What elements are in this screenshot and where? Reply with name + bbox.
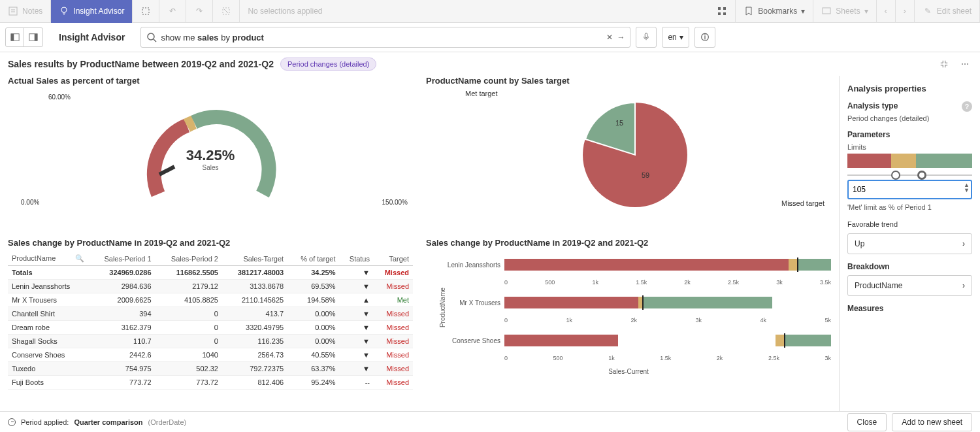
smart-search-button[interactable] <box>133 0 159 23</box>
gauge-title: Actual Sales as percent of target <box>8 76 413 86</box>
clear-selections-button[interactable] <box>213 0 240 23</box>
language-selector[interactable]: en ▾ <box>662 27 689 48</box>
step-forward-button[interactable]: ↷ <box>186 0 213 23</box>
microphone-icon <box>642 32 651 43</box>
panel-toggle <box>5 27 43 47</box>
gauge-value: 34.25% <box>8 147 413 164</box>
pie-card: ProductName count by Sales target 15 59 … <box>426 76 831 233</box>
limits-slider[interactable] <box>847 174 972 176</box>
side-title: Analysis properties <box>847 84 972 93</box>
fav-trend-select[interactable]: Up › <box>847 233 972 254</box>
limits-colorbar <box>847 154 972 168</box>
undo-icon: ↶ <box>167 6 178 16</box>
table-title: Sales change by ProductName in 2019-Q2 a… <box>8 238 413 248</box>
table-row[interactable]: Chantell Shirt3940413.70.00%▼Missed <box>8 307 413 321</box>
svg-point-3 <box>61 7 67 12</box>
analysis-type-chip[interactable]: Period changes (detailed) <box>280 58 376 71</box>
notes-label: Notes <box>22 7 42 16</box>
svg-rect-10 <box>723 7 726 10</box>
period-field: (OrderDate) <box>148 418 187 426</box>
table-row[interactable]: Dream robe3162.37903320.497950.00%▼Misse… <box>8 321 413 335</box>
bar-label: Mr X Trousers <box>440 299 500 307</box>
more-options-button[interactable]: ⋯ <box>958 57 972 71</box>
search-box[interactable]: show me sales by product ✕ → <box>140 27 630 48</box>
insight-advisor-label: Insight Advisor <box>73 7 124 16</box>
bar-axis: 01k2k3k4k5k <box>440 316 831 327</box>
submit-search-icon[interactable]: → <box>617 33 625 42</box>
search-icon[interactable]: 🔍 <box>75 254 84 263</box>
prev-sheet-button[interactable]: ‹ <box>877 0 896 23</box>
table-header[interactable]: Sales-Target <box>222 252 287 266</box>
table-row[interactable]: Mr X Trousers2009.66254105.88252110.1456… <box>8 293 413 307</box>
table-header[interactable]: Sales-Period 2 <box>155 252 222 266</box>
add-to-sheet-button[interactable]: Add to new sheet <box>892 413 972 431</box>
insight-advisor-title: Insight Advisor <box>48 32 135 42</box>
analysis-type-value: Period changes (detailed) <box>847 114 972 122</box>
search-icon <box>146 32 157 42</box>
voice-button[interactable] <box>636 27 657 48</box>
edit-sheet-button[interactable]: ✎ Edit sheet <box>915 0 980 23</box>
bookmark-icon <box>743 6 754 16</box>
slider-handle-high[interactable] <box>917 171 926 180</box>
gauge-card: Actual Sales as percent of target 0.00% … <box>8 76 413 233</box>
table-header[interactable]: Target <box>374 252 413 266</box>
next-sheet-button[interactable]: › <box>896 0 915 23</box>
search-row: Insight Advisor show me sales by product… <box>0 23 980 52</box>
help-icon[interactable]: ? <box>962 101 972 112</box>
chevron-right-icon: › <box>962 239 965 248</box>
parameters-heading: Parameters <box>847 130 972 139</box>
close-button[interactable]: Close <box>847 413 887 431</box>
slider-handle-low[interactable] <box>891 171 900 180</box>
table-row[interactable]: Lenin Jeansshorts2984.6362179.123133.867… <box>8 280 413 293</box>
table-row[interactable]: Shagall Socks110.70116.2350.00%▼Missed <box>8 335 413 348</box>
help-button[interactable]: ⓘ <box>694 27 715 48</box>
table-row[interactable]: Fuji Boots773.72773.72812.40695.24%--Mis… <box>8 376 413 390</box>
clear-icon <box>221 6 231 16</box>
table-header[interactable]: % of target <box>287 252 339 266</box>
clear-search-icon[interactable]: ✕ <box>606 33 613 42</box>
spinner-icon[interactable]: ▲▼ <box>964 182 970 193</box>
bar-canvas <box>504 297 831 308</box>
bars-xlabel: Sales-Current <box>426 368 831 375</box>
sheets-icon <box>821 6 832 16</box>
svg-rect-0 <box>9 7 17 15</box>
notes-button[interactable]: Notes <box>0 0 51 23</box>
bar-label: Lenin Jeansshorts <box>440 261 500 269</box>
table-row[interactable]: Conserve Shoes2442.610402564.7340.55%▼Mi… <box>8 348 413 362</box>
svg-text:59: 59 <box>642 171 649 179</box>
bars-title: Sales change by ProductName in 2019-Q2 a… <box>426 238 831 248</box>
limit-input[interactable] <box>847 180 972 199</box>
svg-rect-6 <box>142 8 149 14</box>
svg-rect-15 <box>10 34 13 41</box>
left-panel-toggle[interactable] <box>6 28 24 46</box>
step-back-button[interactable]: ↶ <box>159 0 186 23</box>
table-row[interactable]: Tuxedo754.975502.32792.7237563.37%▼Misse… <box>8 362 413 376</box>
redo-icon: ↷ <box>194 6 204 16</box>
smart-search-icon <box>140 6 151 16</box>
pie-met-label: Met target <box>465 90 498 97</box>
svg-rect-9 <box>718 7 721 10</box>
gauge-sublabel: Sales <box>8 164 413 171</box>
grid-icon <box>717 6 727 16</box>
svg-rect-11 <box>718 12 721 15</box>
svg-rect-12 <box>723 12 726 15</box>
breakdown-select[interactable]: ProductName › <box>847 275 972 296</box>
table-row[interactable]: Totals324969.0286116862.5505381217.48003… <box>8 266 413 280</box>
limits-label: Limits <box>847 143 972 151</box>
exit-fullscreen-button[interactable] <box>937 57 951 71</box>
sheets-button[interactable]: Sheets ▾ <box>813 0 876 23</box>
bookmarks-button[interactable]: Bookmarks ▾ <box>736 0 813 23</box>
gauge-mid-label: 60.00% <box>48 93 71 101</box>
analysis-header: Sales results by ProductName between 201… <box>0 52 980 76</box>
sales-table: ProductName🔍Sales-Period 1Sales-Period 2… <box>8 252 413 390</box>
pencil-icon: ✎ <box>923 6 933 16</box>
analysis-type-heading: Analysis type ? <box>847 101 972 110</box>
table-header[interactable]: ProductName🔍 <box>8 252 88 266</box>
clock-icon <box>8 418 16 426</box>
table-header[interactable]: Status <box>339 252 374 266</box>
footer: Period applied: Quarter comparison (Orde… <box>0 411 980 432</box>
selections-tool-button[interactable] <box>709 0 736 23</box>
insight-advisor-button[interactable]: Insight Advisor <box>51 0 133 23</box>
table-header[interactable]: Sales-Period 1 <box>88 252 155 266</box>
right-panel-toggle[interactable] <box>24 28 42 46</box>
